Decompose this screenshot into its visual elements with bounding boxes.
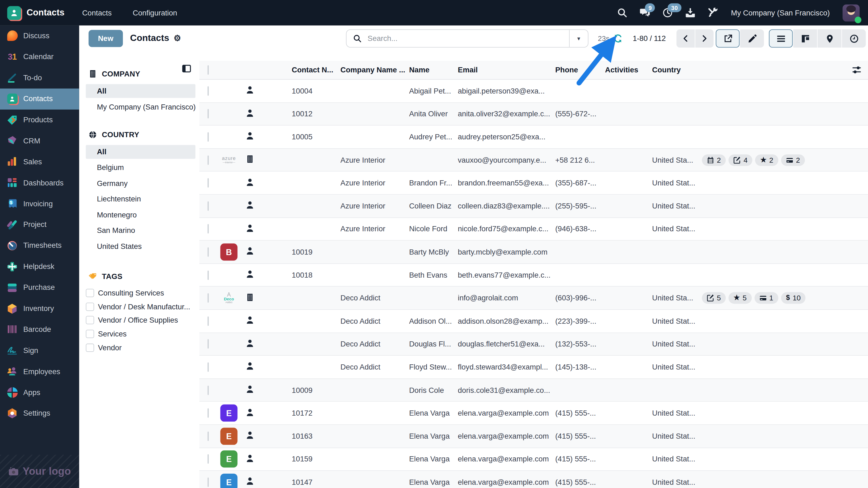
search-input[interactable] [367, 34, 569, 43]
schedule-activity-icon[interactable] [609, 338, 618, 348]
select-all-checkbox[interactable] [208, 65, 209, 75]
row-checkbox[interactable] [208, 293, 209, 303]
company-switcher[interactable]: My Company (San Francisco) [731, 9, 830, 17]
sidebar-item-sales[interactable]: Sales [0, 151, 79, 172]
edit-count-badge[interactable]: 4 [728, 154, 752, 166]
sidebar-item-apps[interactable]: Apps [0, 382, 79, 402]
schedule-activity-icon[interactable] [609, 476, 618, 486]
sidebar-item-calendar[interactable]: 31 Calendar [0, 46, 79, 67]
row-checkbox[interactable] [208, 362, 209, 372]
row-checkbox[interactable] [208, 178, 209, 188]
tag-filter-vendor-desk-manufactur-[interactable]: Vendor / Desk Manufactur... [86, 300, 199, 314]
table-row[interactable]: Azure Interior Colleen Diaz colleen.diaz… [199, 195, 868, 218]
developer-tools-icon[interactable] [708, 8, 718, 18]
table-row[interactable]: 10018 Beth Evans beth.evans77@example.c.… [199, 264, 868, 287]
activities-button[interactable]: 30 [663, 8, 673, 18]
card-count-badge[interactable]: 2 [781, 154, 805, 166]
header-country[interactable]: Country [652, 66, 702, 74]
filter-option-my-company-san-francisco-[interactable]: My Company (San Francisco) [86, 100, 195, 113]
schedule-activity-icon[interactable] [609, 85, 618, 95]
tag-filter-services[interactable]: Services [86, 327, 199, 341]
schedule-activity-icon[interactable] [609, 430, 618, 440]
schedule-activity-icon[interactable] [609, 269, 618, 279]
schedule-activity-icon[interactable] [609, 407, 618, 417]
sidebar-item-timesheets[interactable]: Timesheets [0, 235, 79, 256]
dollar-count-badge[interactable]: $10 [781, 292, 806, 304]
header-phone[interactable]: Phone [555, 66, 605, 74]
sidebar-item-products[interactable]: Products [0, 109, 79, 130]
row-checkbox[interactable] [208, 224, 209, 234]
row-checkbox[interactable] [208, 385, 209, 395]
calendar-count-badge[interactable]: 2 [702, 154, 726, 166]
sidebar-item-barcode[interactable]: Barcode [0, 319, 79, 340]
schedule-activity-icon[interactable] [609, 292, 618, 302]
table-row[interactable]: B 10019 Barty McBly barty.mcbly@example.… [199, 241, 868, 264]
row-checkbox[interactable] [208, 132, 209, 142]
row-checkbox[interactable] [208, 454, 209, 464]
pager-next-button[interactable] [695, 29, 713, 47]
filter-option-germany[interactable]: Germany [86, 176, 195, 190]
row-checkbox[interactable] [208, 155, 209, 165]
row-checkbox[interactable] [208, 339, 209, 349]
star-count-badge[interactable]: ★2 [755, 154, 778, 166]
table-row[interactable]: E 10159 Elena Varga elena.varga@example.… [199, 448, 868, 471]
row-checkbox[interactable] [208, 431, 209, 441]
schedule-activity-icon[interactable] [609, 453, 618, 463]
row-checkbox[interactable] [208, 247, 209, 257]
table-row[interactable]: E 10147 Elena Varga elena.varga@example.… [199, 471, 868, 488]
header-email[interactable]: Email [458, 66, 555, 74]
row-checkbox[interactable] [208, 86, 209, 96]
checkbox[interactable] [86, 302, 94, 311]
menu-contacts[interactable]: Contacts [82, 9, 112, 17]
table-row[interactable]: Azure Interior Nicole Ford nicole.ford75… [199, 218, 868, 241]
checkbox[interactable] [86, 316, 94, 325]
filter-option-montenegro[interactable]: Montenegro [86, 208, 195, 222]
table-row[interactable]: 10005 Audrey Pet... audrey.peterson25@ex… [199, 126, 868, 149]
activity-view-button[interactable] [842, 29, 866, 47]
optional-columns-icon[interactable] [852, 65, 862, 75]
gear-icon[interactable]: ⚙ [174, 34, 181, 42]
panel-toggle-icon[interactable] [182, 65, 191, 73]
row-checkbox[interactable] [208, 109, 209, 119]
install-icon[interactable] [685, 8, 695, 18]
filter-option-liechtenstein[interactable]: Liechtenstein [86, 192, 195, 206]
search-dropdown-toggle[interactable]: ▼ [569, 30, 588, 47]
search-icon[interactable] [617, 8, 627, 18]
schedule-activity-icon[interactable] [609, 177, 618, 187]
edit-count-badge[interactable]: 5 [702, 292, 726, 304]
filter-option-all[interactable]: All [86, 84, 195, 98]
filter-option-united-states[interactable]: United States [86, 239, 195, 253]
sidebar-item-purchase[interactable]: Purchase [0, 277, 79, 298]
table-row[interactable]: E 10163 Elena Varga elena.varga@example.… [199, 425, 868, 448]
user-avatar[interactable] [842, 4, 860, 21]
schedule-activity-icon[interactable] [609, 361, 618, 371]
table-row[interactable]: 10004 Abigail Pet... abigail.peterson39@… [199, 80, 868, 103]
sidebar-item-crm[interactable]: CRM [0, 130, 79, 151]
table-row[interactable]: azure—interior— Azure Interior vauxoo@yo… [199, 149, 868, 172]
messages-button[interactable]: 9 [640, 8, 650, 18]
sidebar-item-helpdesk[interactable]: Helpdesk [0, 256, 79, 277]
filter-option-all[interactable]: All [86, 145, 195, 159]
sidebar-item-inventory[interactable]: Inventory [0, 298, 79, 319]
sidebar-item-employees[interactable]: Employees [0, 361, 79, 382]
sidebar-item-invoicing[interactable]: $ Invoicing [0, 193, 79, 214]
table-row[interactable]: 10012 Anita Oliver anita.oliver32@exampl… [199, 103, 868, 126]
row-checkbox[interactable] [208, 270, 209, 280]
tag-filter-consulting-services[interactable]: Consulting Services [86, 286, 199, 300]
header-name[interactable]: Name [409, 66, 458, 74]
card-count-badge[interactable]: 1 [754, 292, 778, 304]
row-checkbox[interactable] [208, 201, 209, 210]
table-row[interactable]: DecoAddict Deco Addict info@agrolait.com… [199, 287, 868, 310]
map-view-button[interactable] [817, 29, 841, 47]
table-row[interactable]: E 10172 Elena Varga elena.varga@example.… [199, 402, 868, 425]
table-row[interactable]: Azure Interior Brandon Fr... brandon.fre… [199, 172, 868, 195]
schedule-activity-icon[interactable] [609, 246, 618, 256]
sidebar-item-discuss[interactable]: Discuss [0, 26, 79, 46]
schedule-activity-icon[interactable] [609, 384, 618, 394]
pager-previous-button[interactable] [677, 29, 695, 47]
header-company-name[interactable]: Company Name ... [340, 66, 409, 74]
app-brand[interactable]: Contacts [7, 6, 65, 20]
filter-option-belgium[interactable]: Belgium [86, 161, 195, 174]
checkbox[interactable] [86, 330, 94, 338]
row-checkbox[interactable] [208, 478, 209, 487]
